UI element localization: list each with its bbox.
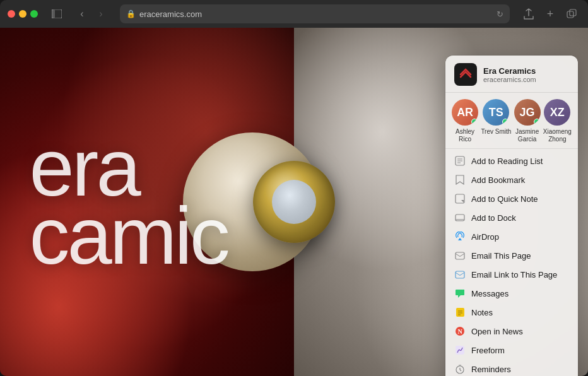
menu-label-messages: Messages [471,289,509,298]
tabs-button[interactable] [563,5,580,23]
menu-label-bookmark: Add Bookmark [471,175,525,185]
menu-item-reading-list[interactable]: Add to Reading List [445,151,578,170]
popup-header: Era Ceramics eraceramics.com [445,56,578,93]
back-button[interactable]: ‹ [73,5,91,23]
email-page-icon [454,250,466,261]
menu-item-messages[interactable]: Messages [445,284,578,303]
email-link-icon [454,269,466,280]
contacts-row: AR AshleyRico TS Trev Smith JG [445,93,578,149]
freeform-icon [454,344,466,356]
site-info: Era Ceramics eraceramics.com [483,66,536,83]
svg-rect-1 [52,9,55,18]
traffic-lights [8,10,38,18]
contact-name-jasmine: JasmineGarcia [515,128,539,143]
quick-note-icon [454,193,466,204]
bowl-inner [272,180,316,224]
menu-label-dock: Add to Dock [471,213,516,223]
contact-xiaomeng[interactable]: XZ XiaomengZhong [543,99,572,143]
menu-item-dock[interactable]: Add to Dock [445,208,578,227]
dock-icon [454,212,466,223]
forward-button[interactable]: › [92,5,110,23]
svg-text:N: N [457,328,462,335]
minimize-button[interactable] [19,10,26,18]
menu-label-airdrop: AirDrop [471,232,499,242]
contact-avatar-ashley: AR [452,99,478,126]
menu-item-quick-note[interactable]: Add to Quick Note [445,189,578,208]
contact-avatar-jasmine: JG [514,99,541,126]
contact-avatar-trev: TS [483,99,509,126]
toolbar-right: + [520,5,580,23]
address-bar[interactable]: 🔒 eraceramics.com ↻ [120,4,510,23]
reminders-icon [454,363,466,375]
menu-item-email-page[interactable]: Email This Page [445,246,578,265]
page-content: era camic Era Ceramics eraceramics.com [0,28,588,376]
menu-item-airdrop[interactable]: AirDrop [445,227,578,246]
site-name: Era Ceramics [483,66,536,76]
reading-list-icon [454,155,466,167]
menu-items: Add to Reading List Add Bookmark [445,149,578,376]
menu-item-notes[interactable]: Notes [445,303,578,322]
menu-item-freeform[interactable]: Freeform [445,341,578,360]
menu-label-email-link: Email Link to This Page [471,270,557,279]
menu-label-reminders: Reminders [471,365,511,374]
bookmark-icon [454,174,466,185]
url-display: eraceramics.com [139,9,202,19]
contact-trev[interactable]: TS Trev Smith [481,99,511,143]
contact-name-ashley: AshleyRico [456,128,474,143]
menu-item-news[interactable]: N Open in News [445,322,578,341]
site-favicon [454,63,477,86]
airdrop-icon [454,231,466,242]
menu-label-notes: Notes [471,308,493,317]
svg-rect-13 [456,308,464,317]
messages-icon [454,288,466,299]
menu-label-email-page: Email This Page [471,251,531,261]
title-bar: ‹ › 🔒 eraceramics.com ↻ + [0,0,588,28]
status-dot [534,119,540,125]
refresh-button[interactable]: ↻ [497,9,503,19]
status-dot [471,119,478,125]
svg-line-22 [460,370,461,371]
contact-jasmine[interactable]: JG JasmineGarcia [514,99,541,143]
menu-label-news: Open in News [471,327,523,336]
fullscreen-button[interactable] [30,10,38,18]
site-url: eraceramics.com [483,76,536,83]
news-icon: N [454,326,466,337]
share-button[interactable] [520,5,538,23]
menu-label-freeform: Freeform [471,346,505,355]
contact-avatar-xiaomeng: XZ [544,99,570,126]
status-dot [502,119,509,125]
close-button[interactable] [8,10,15,18]
menu-label-quick-note: Add to Quick Note [471,194,538,204]
svg-rect-2 [567,11,573,18]
contact-name-xiaomeng: XiaomengZhong [543,128,572,143]
contact-ashley[interactable]: AR AshleyRico [452,99,478,143]
menu-item-email-link[interactable]: Email Link to This Page [445,265,578,284]
nav-buttons: ‹ › [73,5,110,23]
browser-window: ‹ › 🔒 eraceramics.com ↻ + [0,0,588,376]
share-popup: Era Ceramics eraceramics.com AR AshleyRi… [445,56,578,376]
svg-rect-3 [570,9,576,16]
svg-rect-11 [456,252,464,259]
secure-icon: 🔒 [126,9,136,18]
brand-line-2: camic [30,196,228,276]
menu-item-bookmark[interactable]: Add Bookmark [445,170,578,189]
sidebar-toggle-button[interactable] [48,8,66,20]
contact-name-trev: Trev Smith [481,128,511,136]
menu-item-reminders[interactable]: Reminders [445,360,578,376]
svg-rect-12 [456,271,464,278]
new-tab-button[interactable]: + [541,5,559,23]
menu-label-reading-list: Add to Reading List [471,156,543,166]
notes-icon [454,307,466,318]
bowl-decoration [253,161,335,243]
